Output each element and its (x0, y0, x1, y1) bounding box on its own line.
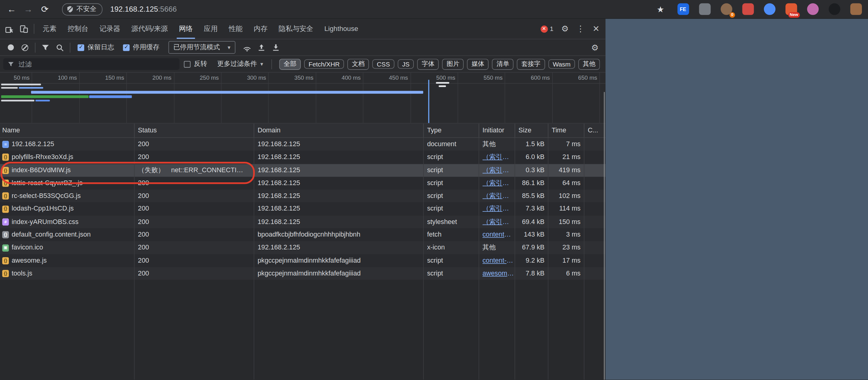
extension-icon-brown[interactable] (849, 2, 863, 16)
forward-icon[interactable]: → (21, 2, 35, 16)
tab-Lighthouse[interactable]: Lighthouse (319, 19, 364, 39)
initiator-link[interactable]: content-s… (483, 254, 515, 267)
filter-chip-Fetch/XHR[interactable]: Fetch/XHR (304, 59, 344, 69)
tab-记录器[interactable]: 记录器 (94, 19, 126, 39)
initiator-link[interactable]: （索引）:6… (483, 190, 515, 203)
tab-应用[interactable]: 应用 (198, 19, 223, 39)
search-icon[interactable] (53, 40, 67, 55)
table-row[interactable]: lottie-react-CqywrBZ_.js200192.168.2.125… (0, 177, 606, 190)
record-network-log-icon[interactable] (3, 40, 18, 55)
extension-icon-dark-circle[interactable] (828, 2, 841, 16)
initiator-link[interactable]: （索引）:6… (483, 203, 515, 215)
table-row[interactable]: 192.168.2.125200192.168.2.125document其他1… (0, 138, 606, 151)
column-header-domain[interactable]: Domain (254, 123, 424, 137)
reload-icon[interactable]: ⟳ (38, 2, 52, 16)
extension-glyph (829, 3, 840, 15)
table-row[interactable]: polyfills-Rhxe3oXd.js200192.168.2.125scr… (0, 151, 606, 164)
scrollbar[interactable] (604, 92, 605, 380)
network-conditions-icon[interactable] (240, 40, 254, 55)
table-row[interactable]: index-yARUmOBS.css200192.168.2.125styles… (0, 215, 606, 228)
filter-chip-其他[interactable]: 其他 (578, 59, 600, 69)
tab-性能[interactable]: 性能 (223, 19, 248, 39)
table-row[interactable]: favicon.ico200192.168.2.125x-icon其他67.9 … (0, 241, 606, 254)
devtools-close-icon[interactable]: ✕ (589, 22, 603, 36)
filter-chip-清单[interactable]: 清单 (492, 59, 514, 69)
filter-chip-文档[interactable]: 文档 (347, 59, 369, 69)
filter-chip-字体[interactable]: 字体 (417, 59, 439, 69)
table-row[interactable]: tools.js200pkgccpejnmalmdinmhkkfafefagii… (0, 267, 606, 280)
column-header-initiator[interactable]: Initiator (479, 123, 515, 137)
extension-icon-fe[interactable]: FE (676, 2, 689, 16)
error-count-badge[interactable]: ✕ 1 (537, 25, 557, 32)
inspect-element-icon[interactable] (2, 22, 17, 36)
initiator-link[interactable]: （索引）:4… (483, 215, 515, 228)
filter-chip-套接字[interactable]: 套接字 (517, 59, 545, 69)
tab-网络[interactable]: 网络 (173, 19, 198, 39)
column-header-status[interactable]: Status (134, 123, 254, 137)
cell-size: 1.5 kB (515, 138, 549, 151)
extension-icon-red-grid[interactable] (741, 2, 754, 16)
filter-chip-Wasm[interactable]: Wasm (548, 59, 575, 69)
cell-domain: 192.168.2.125 (254, 138, 424, 151)
column-header-type[interactable]: Type (424, 123, 479, 137)
initiator-link[interactable]: content_s… (483, 228, 515, 241)
more-filters-dropdown[interactable]: 更多过滤条件 ▾ (217, 59, 263, 69)
table-row[interactable]: rc-select-B53SQcGG.js200192.168.2.125scr… (0, 190, 606, 203)
network-overview-timeline[interactable]: 50 ms100 ms150 ms200 ms250 ms300 ms350 m… (0, 72, 606, 123)
filter-chip-CSS[interactable]: CSS (372, 59, 395, 69)
document-file-icon (2, 141, 9, 148)
tab-隐私与安全[interactable]: 隐私与安全 (273, 19, 319, 39)
table-row[interactable]: index-B6DVdMIW.js（失败）net::ERR_CONNECTI…1… (0, 164, 606, 177)
table-row[interactable]: default_config.content.json200bpoadfkcbj… (0, 228, 606, 241)
waterfall-bar (35, 99, 50, 101)
initiator-link[interactable]: awesome… (483, 267, 515, 280)
preserve-log-checkbox[interactable]: 保留日志 (78, 42, 114, 52)
column-header-c[interactable]: C... (584, 123, 606, 137)
extension-icon-blue-dot[interactable] (763, 2, 776, 16)
filter-chip-图片[interactable]: 图片 (442, 59, 464, 69)
preserve-log-label: 保留日志 (88, 42, 114, 52)
initiator-link[interactable]: （索引）:6… (483, 164, 515, 177)
filter-chip-JS[interactable]: JS (398, 59, 414, 69)
disable-cache-checkbox[interactable]: 停用缓存 (123, 42, 160, 52)
extension-icon-new-ext[interactable]: New (784, 2, 798, 16)
table-row[interactable]: lodash-Cpp1HsCD.js200192.168.2.125script… (0, 203, 606, 215)
export-har-icon[interactable] (269, 40, 283, 55)
cell-time: 114 ms (548, 203, 584, 215)
filter-funnel-icon[interactable] (38, 40, 53, 55)
filter-input[interactable] (18, 59, 175, 68)
throttling-dropdown[interactable]: 已停用节流模式 ▾ (168, 41, 236, 54)
extension-icon-gray-tool[interactable] (698, 2, 711, 16)
cell-type: script (424, 203, 479, 215)
tab-控制台[interactable]: 控制台 (62, 19, 94, 39)
filter-chip-全部[interactable]: 全部 (279, 59, 301, 69)
column-header-time[interactable]: Time (548, 123, 584, 137)
initiator-link[interactable]: （索引）:4… (483, 151, 515, 164)
initiator-link[interactable]: （索引）:6… (483, 177, 515, 190)
filter-chip-媒体[interactable]: 媒体 (467, 59, 489, 69)
address-bar[interactable]: 192.168.2.125:5666 (110, 5, 177, 13)
extension-glyph (807, 3, 818, 15)
import-har-icon[interactable] (254, 40, 269, 55)
invert-filter-checkbox[interactable]: 反转 (184, 59, 207, 69)
stylesheet-file-icon (2, 218, 9, 226)
devtools-menu-icon[interactable]: ⋮ (574, 22, 588, 36)
extension-glyph: FE (677, 3, 689, 15)
network-settings-icon[interactable]: ⚙ (588, 40, 602, 55)
bookmark-star-icon[interactable]: ★ (657, 4, 664, 14)
extension-icon-pink[interactable] (806, 2, 819, 16)
page-content[interactable] (606, 19, 868, 379)
waterfall-bar (1, 84, 41, 85)
back-icon[interactable]: ← (4, 2, 19, 16)
table-row[interactable]: awesome.js200pkgccpejnmalmdinmhkkfafefag… (0, 254, 606, 267)
tab-源代码/来源[interactable]: 源代码/来源 (126, 19, 174, 39)
column-header-name[interactable]: Name (0, 123, 134, 137)
security-chip[interactable]: 不安全 (62, 3, 103, 15)
tab-内存[interactable]: 内存 (248, 19, 273, 39)
column-header-size[interactable]: Size (515, 123, 549, 137)
device-toolbar-icon[interactable] (17, 22, 31, 36)
extension-icon-zero-badge[interactable]: 0 (719, 2, 733, 16)
clear-network-log-icon[interactable] (18, 40, 32, 55)
devtools-settings-icon[interactable]: ⚙ (558, 22, 572, 36)
tab-元素[interactable]: 元素 (37, 19, 62, 39)
